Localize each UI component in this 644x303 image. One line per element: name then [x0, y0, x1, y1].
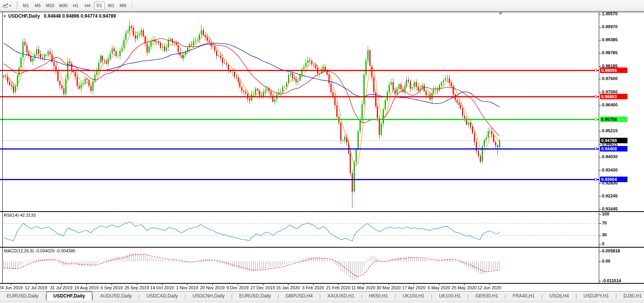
chart-tab-fra40-h1[interactable]: FRA40,H1	[506, 292, 541, 301]
date-axis-label: 11 Mar 2020	[351, 285, 375, 290]
chart-tab-usoil-h4[interactable]: USOil,H4	[543, 292, 576, 301]
price-axis-tick: 0.97600	[602, 76, 618, 81]
chart-tab-usdchf-daily[interactable]: USDCHF,Daily	[46, 292, 92, 301]
chart-tab-uk100-h1[interactable]: UK100,H1	[396, 292, 431, 301]
price-axis-tick: 0.92245	[602, 193, 618, 198]
date-axis-label: 1 Nov 2019	[176, 285, 198, 290]
timeframe-button-group: M1M5M15M30H1H4D1W1MN	[20, 2, 129, 10]
date-axis-label: 17 Apr 2020	[402, 285, 425, 290]
timeframe-button-d1[interactable]: D1	[94, 2, 105, 10]
price-chart-canvas[interactable]	[0, 11, 644, 291]
price-line-label[interactable]: 0.94408	[600, 146, 627, 152]
date-axis-label: 31 Jul 2019	[50, 285, 72, 290]
chevron-down-icon[interactable]: ▾	[9, 4, 13, 7]
price-line-label[interactable]: 0.93004	[600, 177, 627, 182]
chart-tab-hk50-h1[interactable]: HK50,H1	[362, 292, 395, 301]
timeframe-button-h1[interactable]: H1	[70, 2, 81, 10]
chart-tab-usdjpy-h1[interactable]: USDJPY,H1	[577, 292, 615, 301]
price-axis-tick: 0.95215	[602, 128, 618, 133]
price-axis-tick: 1.00570	[602, 11, 618, 16]
date-axis-label: 24 Jun 2019	[0, 285, 23, 290]
price-line-label[interactable]: 0.95758	[600, 117, 627, 122]
timeframe-button-m5[interactable]: M5	[32, 2, 43, 10]
date-axis-label: 20 Nov 2019	[200, 285, 224, 290]
date-axis-label: 27 Dec 2019	[250, 285, 275, 290]
chart-tab-usdcnh-daily[interactable]: USDCNH,Daily	[186, 292, 231, 301]
rsi-axis-tick: 70	[602, 221, 607, 225]
timeframe-button-m15[interactable]: M15	[44, 2, 56, 10]
price-line-label[interactable]: 0.96803	[600, 94, 627, 99]
chart-tab-xauusd-h1[interactable]: XAUUSD,H1	[321, 292, 361, 301]
toolbar-separator	[132, 2, 132, 9]
rsi-axis-tick: 0	[602, 241, 604, 246]
timeframe-button-mn[interactable]: MN	[117, 2, 128, 10]
chart-title: ▼USDCHF,Daily0.94848 0.94896 0.94774 0.9…	[3, 13, 116, 19]
timeframe-button-m30[interactable]: M30	[57, 2, 69, 10]
chart-ohlc-values: 0.94848 0.94896 0.94774 0.94789	[44, 13, 116, 19]
price-axis-tick: 0.93430	[602, 168, 618, 172]
date-axis-label: 12 Jun 2020	[477, 285, 501, 290]
date-axis-label: 15 Jan 2020	[276, 285, 300, 290]
chart-tab-ger30-h1[interactable]: GER30,H1	[469, 292, 505, 301]
chart-tab-bar: EURUSD,Daily|USDCHF,Daily|AUDUSD,Daily|U…	[0, 291, 644, 301]
chart-tab-eurusd-daily[interactable]: EURUSD,Daily	[0, 292, 45, 301]
chart-tab-dj30-h1[interactable]: DJ30,H1	[617, 292, 644, 301]
status-strip	[0, 301, 644, 303]
macd-axis-tick: -0.011514	[602, 278, 621, 283]
chart-tab-gbpusd-h4[interactable]: GBPUSD,H4	[279, 292, 319, 301]
chart-tab-audusd-daily[interactable]: AUDUSD,Daily	[94, 292, 139, 301]
date-axis-label: 6 May 2020	[428, 285, 450, 290]
price-axis-tick: 0.99970	[602, 24, 618, 29]
date-axis-label: 25 Sep 2019	[125, 285, 149, 290]
price-axis-tick: 0.99385	[602, 37, 618, 42]
price-axis-tick: 0.98785	[602, 50, 618, 55]
chart-dropdown-icon[interactable]: ▼	[3, 15, 6, 18]
chart-symbol-label: USDCHF,Daily	[8, 13, 40, 19]
date-axis-label: 3 Feb 2020	[302, 285, 324, 290]
timeframe-button-m1[interactable]: M1	[20, 2, 31, 10]
timeframe-toolbar: ▾ M1M5M15M30H1H4D1W1MN	[0, 0, 644, 11]
macd-indicator-label: MACD(12,26,9) -0.004029 -0.004386	[4, 248, 75, 253]
chart-tabs: EURUSD,Daily|USDCHF,Daily|AUDUSD,Daily|U…	[0, 292, 644, 301]
date-axis-label: 19 Aug 2019	[74, 285, 99, 290]
date-axis-label: 30 Mar 2020	[376, 285, 401, 290]
price-axis-tick: 0.91645	[602, 206, 618, 211]
price-line-label[interactable]: 0.98008	[600, 68, 627, 73]
macd-axis-tick: 0.00	[602, 259, 610, 263]
date-axis-label: 14 Oct 2019	[150, 285, 174, 290]
chart-shift-arrow-icon[interactable]	[499, 13, 503, 15]
rsi-indicator-label: RSI(14) 42.3133	[4, 213, 36, 217]
timeframe-button-w1[interactable]: W1	[106, 2, 117, 10]
date-axis-label: 21 Feb 2020	[326, 285, 350, 290]
price-axis-tick: 0.96400	[602, 102, 618, 107]
date-axis-label: 25 May 2020	[452, 285, 477, 290]
macd-axis-tick: 0.005818	[602, 248, 620, 253]
price-axis-tick: 0.94030	[602, 154, 618, 159]
date-axis-label: 12 Jul 2019	[25, 285, 47, 290]
toolbar-grip[interactable]	[16, 2, 18, 9]
chart-tab-usdcad-daily[interactable]: USDCAD,Daily	[139, 292, 185, 301]
chart-window: ▼USDCHF,Daily0.94848 0.94896 0.94774 0.9…	[0, 11, 644, 291]
chart-tab-uk100-h1[interactable]: UK100,H1	[432, 292, 467, 301]
chart-cursor-icon[interactable]	[2, 2, 9, 9]
chart-tab-eurusd-daily[interactable]: EURUSD,Daily	[233, 292, 278, 301]
date-axis-label: 6 Sep 2019	[101, 285, 123, 290]
date-axis-label: 9 Dec 2019	[226, 285, 248, 290]
trading-platform-window: ▾ M1M5M15M30H1H4D1W1MN ▼USDCHF,Daily0.94…	[0, 0, 644, 303]
rsi-axis-tick: 100	[602, 212, 609, 216]
rsi-axis-tick: 30	[602, 232, 607, 237]
timeframe-button-h4[interactable]: H4	[82, 2, 93, 10]
current-price-label: 0.94789	[600, 138, 627, 143]
